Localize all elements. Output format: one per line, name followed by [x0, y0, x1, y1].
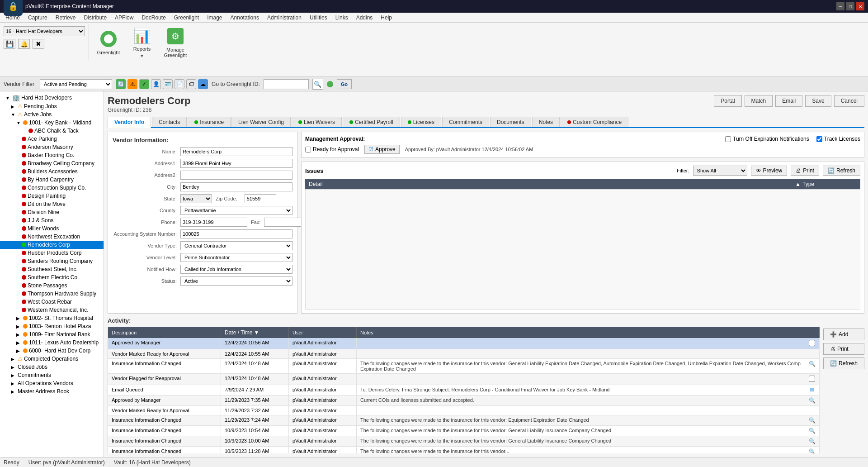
activity-row-7[interactable]: Insurance Information Changed 11/29/2023…	[108, 415, 820, 426]
tree-vendor-baxter[interactable]: Baxter Flooring Co.	[0, 151, 104, 159]
go-button[interactable]: Go	[337, 79, 352, 89]
cancel-quick-btn[interactable]: ✖	[33, 39, 44, 49]
issues-refresh-btn[interactable]: 🔄 Refresh	[823, 166, 860, 176]
person-filter-icon[interactable]: 👤	[151, 79, 161, 89]
activity-add-btn[interactable]: ➕ Add	[823, 329, 864, 340]
city-input[interactable]	[180, 182, 292, 191]
issues-print-btn[interactable]: 🖨 Print	[791, 166, 819, 176]
goto-input[interactable]	[264, 79, 309, 89]
row-checkbox[interactable]	[809, 340, 815, 346]
save-btn[interactable]: Save	[805, 95, 831, 107]
address2-input[interactable]	[180, 171, 292, 180]
menu-distribute[interactable]: Distribute	[80, 14, 110, 22]
id-filter-icon[interactable]: 🪪	[163, 79, 173, 89]
menu-retrieve[interactable]: Retrieve	[52, 14, 80, 22]
manage-toolbar-btn[interactable]: ⚙ Manage Greenlight	[160, 24, 191, 61]
activity-row-5[interactable]: Approved by Manager 11/29/2023 7:35 AM p…	[108, 396, 820, 406]
activity-row-0[interactable]: Approved by Manager 12/4/2024 10:56 AM p…	[108, 338, 820, 349]
turn-off-notifications-checkbox[interactable]	[725, 136, 731, 142]
tree-closed-jobs[interactable]: ▶ Closed Jobs	[0, 363, 104, 371]
menu-docroute[interactable]: DocRoute	[138, 14, 169, 22]
tree-vendor-western[interactable]: Western Mechanical, Inc.	[0, 306, 104, 314]
tab-vendor-info[interactable]: Vendor Info	[108, 117, 151, 128]
menu-capture[interactable]: Capture	[24, 14, 51, 22]
row-search-icon[interactable]: 🔍	[809, 428, 816, 434]
tree-vendor-division[interactable]: Division Nine	[0, 208, 104, 216]
tab-lien-waiver-config[interactable]: Lien Waiver Config	[231, 117, 291, 127]
tree-vendor-thompson[interactable]: Thompson Hardware Supply	[0, 290, 104, 298]
tree-pending-jobs[interactable]: ▶ ⚠ Pending Jobs	[0, 102, 104, 110]
tree-vendor-southern[interactable]: Southern Electric Co.	[0, 273, 104, 281]
zip-input[interactable]	[245, 194, 276, 203]
accounting-input[interactable]	[180, 229, 292, 238]
ready-for-approval-label[interactable]: Ready for Approval	[305, 146, 359, 152]
close-btn[interactable]: ✕	[856, 2, 864, 10]
activity-row-8[interactable]: Insurance Information Changed 10/9/2023 …	[108, 426, 820, 436]
tab-certified-payroll[interactable]: Certified Payroll	[343, 117, 400, 127]
row-search-icon[interactable]: 🔍	[809, 438, 816, 444]
issues-filter-select[interactable]: Show All Active	[693, 166, 747, 176]
menu-links[interactable]: Links	[332, 14, 352, 22]
activity-row-10[interactable]: Insurance Information Changed 10/5/2023 …	[108, 447, 820, 454]
turn-off-notifications-label[interactable]: Turn Off Expiration Notifications	[725, 136, 809, 142]
tree-root[interactable]: ▼ 🏢 Hard Hat Developers	[0, 93, 104, 102]
ready-for-approval-checkbox[interactable]	[305, 147, 311, 152]
tree-vendor-stone[interactable]: Stone Passages	[0, 281, 104, 290]
menu-home[interactable]: Home	[2, 14, 24, 22]
tree-master-address[interactable]: ▶ Master Address Book	[0, 387, 104, 396]
activity-refresh-btn[interactable]: 🔄 Refresh	[823, 357, 864, 369]
bell-btn[interactable]: 🔔	[18, 39, 30, 49]
tab-notes[interactable]: Notes	[532, 117, 560, 127]
tree-vendor-miller[interactable]: Miller Woods	[0, 224, 104, 233]
tree-vendor-byhand[interactable]: By Hand Carpentry	[0, 176, 104, 184]
status-select[interactable]: Active	[180, 276, 292, 286]
tree-active-jobs[interactable]: ▼ ⚠ Active Jobs	[0, 110, 104, 119]
tree-all-vendors[interactable]: ▶ All Operations Vendors	[0, 379, 104, 387]
match-btn[interactable]: Match	[745, 95, 773, 107]
goto-search-icon[interactable]: 🔍	[312, 79, 323, 90]
activity-row-4[interactable]: Email Queued 7/9/2024 7:29 AM pVault Adm…	[108, 385, 820, 396]
track-licenses-label[interactable]: Track Licenses	[816, 136, 860, 142]
tree-vendor-ace[interactable]: Ace Parking	[0, 135, 104, 143]
row-search-icon[interactable]: 🔍	[809, 448, 816, 453]
tree-vendor-northwest[interactable]: Northwest Excavation	[0, 233, 104, 241]
tree-job-1003[interactable]: ▶ 1003- Renton Hotel Plaza	[0, 322, 104, 330]
tab-insurance[interactable]: Insurance	[188, 117, 231, 127]
greenlight-toolbar-btn[interactable]: Greenlight	[93, 24, 124, 61]
row-search-icon[interactable]: 🔍	[809, 361, 816, 367]
row-checkbox[interactable]	[809, 376, 815, 382]
row-search-icon[interactable]: 🔍	[809, 397, 816, 404]
vendor-level-select[interactable]: Prime Subcontractor	[180, 253, 292, 262]
name-input[interactable]	[180, 147, 292, 156]
tree-job-1009[interactable]: ▶ 1009- First National Bank	[0, 330, 104, 338]
tab-contacts[interactable]: Contacts	[152, 117, 187, 127]
activity-row-2[interactable]: Insurance Information Changed 12/4/2024 …	[108, 359, 820, 374]
tree-vendor-remodelers[interactable]: Remodelers Corp	[0, 241, 104, 249]
menu-image[interactable]: Image	[203, 14, 226, 22]
vendor-filter-select[interactable]: Active and Pending All Active	[40, 79, 112, 89]
tree-vendor-builders[interactable]: Builders Accessories	[0, 167, 104, 176]
notified-select[interactable]: Called for Job Information	[180, 265, 292, 274]
tree-commitments[interactable]: ▶ Commitments	[0, 371, 104, 379]
tree-job-1011[interactable]: ▶ 1011- Lexus Auto Dealership	[0, 338, 104, 347]
tree-vendor-dit[interactable]: Dit on the Move	[0, 200, 104, 208]
activity-row-3[interactable]: Vendor Flagged for Reapproval 12/4/2024 …	[108, 374, 820, 385]
menu-administration[interactable]: Administration	[264, 14, 305, 22]
menu-addins[interactable]: Addins	[353, 14, 377, 22]
tree-vendor-abc[interactable]: ABC Chalk & Tack	[0, 127, 104, 135]
menu-utilities[interactable]: Utilities	[306, 14, 331, 22]
tab-custom-compliance[interactable]: Custom Compliance	[561, 117, 628, 127]
tree-job-1001[interactable]: ▼ 1001- Key Bank - Midland	[0, 119, 104, 127]
check-filter-icon[interactable]: ✓	[139, 79, 149, 89]
tree-job-6000[interactable]: ▶ 6000- Hard Hat Dev Corp	[0, 347, 104, 355]
tab-licenses[interactable]: Licenses	[401, 117, 441, 127]
approve-button[interactable]: ☑ Approve	[364, 145, 400, 154]
activity-row-6[interactable]: Vendor Marked Ready for Approval 11/29/2…	[108, 406, 820, 415]
refresh-filter-icon[interactable]: 🔄	[116, 79, 126, 89]
portal-btn[interactable]: Portal	[714, 95, 741, 107]
activity-table-scroll[interactable]: Description Date / Time ▼ User Notes	[108, 327, 820, 453]
county-select[interactable]: Pottawattamie	[180, 206, 292, 215]
tree-completed-ops[interactable]: ▶ ⚠ Completed Operations	[0, 355, 104, 363]
row-search-icon[interactable]: 🔍	[809, 417, 816, 424]
tree-vendor-design[interactable]: Design Painting	[0, 192, 104, 200]
